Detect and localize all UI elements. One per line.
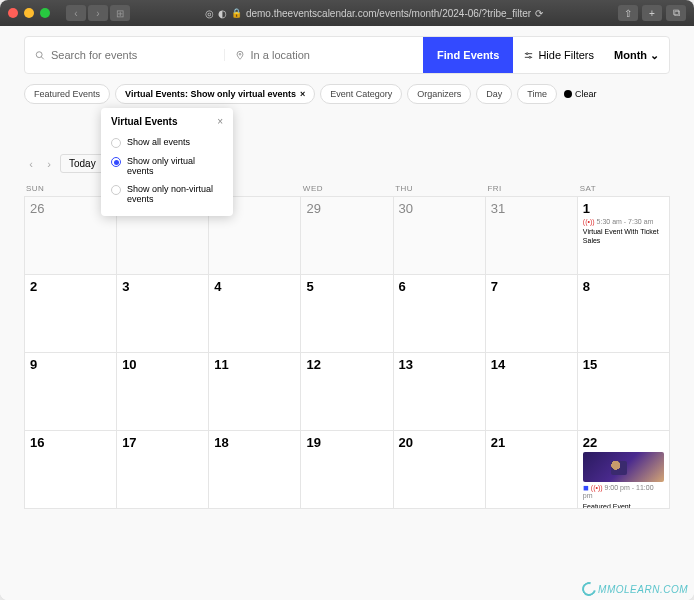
- day-number: 21: [491, 435, 572, 450]
- search-icon: [35, 50, 45, 61]
- event-thumbnail[interactable]: [583, 452, 664, 482]
- prev-month-icon[interactable]: ‹: [24, 158, 38, 170]
- event-meta: ◼ ((•)) 9:00 pm - 11:00 pm: [583, 484, 664, 501]
- popover-title: Virtual Events: [111, 116, 178, 127]
- calendar-grid: 2627282930311((•)) 5:30 am - 7:30 amVirt…: [24, 196, 670, 509]
- radio-icon: [111, 138, 121, 148]
- radio-icon: [111, 185, 121, 195]
- nav-fwd-icon[interactable]: ›: [88, 5, 108, 21]
- calendar-cell[interactable]: 11: [209, 353, 301, 431]
- event-title[interactable]: Virtual Event With Ticket Sales: [583, 228, 664, 245]
- view-selector[interactable]: Month ⌄: [604, 49, 669, 62]
- svg-line-1: [41, 56, 44, 59]
- calendar-cell[interactable]: 12: [301, 353, 393, 431]
- search-location-input[interactable]: [251, 49, 414, 61]
- calendar-cell[interactable]: 4: [209, 275, 301, 353]
- day-number: 17: [122, 435, 203, 450]
- filter-time[interactable]: Time: [517, 84, 557, 104]
- calendar-cell[interactable]: 15: [578, 353, 670, 431]
- calendar-cell[interactable]: 10: [117, 353, 209, 431]
- refresh-icon[interactable]: ⟳: [535, 8, 543, 19]
- day-number: 2: [30, 279, 111, 294]
- day-number: 8: [583, 279, 664, 294]
- close-icon[interactable]: ×: [217, 116, 223, 127]
- day-number: 29: [306, 201, 387, 216]
- calendar: SUNMONTUEWEDTHUFRISAT 2627282930311((•))…: [24, 181, 670, 509]
- browser-window: ‹ › ⊞ ◎ ◐ 🔒 demo.theeventscalendar.com/e…: [0, 0, 694, 600]
- day-number: 5: [306, 279, 387, 294]
- calendar-cell[interactable]: 6: [394, 275, 486, 353]
- day-number: 6: [399, 279, 480, 294]
- calendar-cell[interactable]: 19: [301, 431, 393, 509]
- search-bar: Find Events Hide Filters Month ⌄: [24, 36, 670, 74]
- shield-icon: ◎: [205, 8, 214, 19]
- day-number: 15: [583, 357, 664, 372]
- calendar-cell[interactable]: 16: [25, 431, 117, 509]
- share-icon[interactable]: ⇧: [618, 5, 638, 21]
- remove-filter-icon[interactable]: ×: [300, 89, 305, 99]
- lock-icon: 🔒: [231, 8, 242, 18]
- url-bar[interactable]: ◎ ◐ 🔒 demo.theeventscalendar.com/events/…: [136, 8, 612, 19]
- calendar-cell[interactable]: 14: [486, 353, 578, 431]
- filter-organizers[interactable]: Organizers: [407, 84, 471, 104]
- nav-sidebar-icon[interactable]: ⊞: [110, 5, 130, 21]
- url-text: demo.theeventscalendar.com/events/month/…: [246, 8, 531, 19]
- calendar-cell[interactable]: 30: [394, 197, 486, 275]
- day-number: 22: [583, 435, 664, 450]
- day-number: 18: [214, 435, 295, 450]
- day-number: 7: [491, 279, 572, 294]
- day-header: SAT: [578, 181, 670, 196]
- calendar-cell[interactable]: 9: [25, 353, 117, 431]
- calendar-cell[interactable]: 17: [117, 431, 209, 509]
- radio-show-all[interactable]: Show all events: [111, 133, 223, 152]
- calendar-cell[interactable]: 2: [25, 275, 117, 353]
- calendar-cell[interactable]: 29: [301, 197, 393, 275]
- day-number: 30: [399, 201, 480, 216]
- reader-icon: ◐: [218, 8, 227, 19]
- calendar-cell[interactable]: 18: [209, 431, 301, 509]
- watermark: MMOLEARN.COM: [582, 582, 688, 596]
- calendar-cell[interactable]: 21: [486, 431, 578, 509]
- find-events-button[interactable]: Find Events: [423, 37, 513, 73]
- window-max-icon[interactable]: [40, 8, 50, 18]
- nav-back-icon[interactable]: ‹: [66, 5, 86, 21]
- day-header: WED: [301, 181, 393, 196]
- search-events-input[interactable]: [51, 49, 214, 61]
- clear-filters[interactable]: Clear: [564, 89, 597, 99]
- calendar-cell[interactable]: 13: [394, 353, 486, 431]
- calendar-cell[interactable]: 20: [394, 431, 486, 509]
- day-number: 26: [30, 201, 111, 216]
- sliders-icon: [523, 50, 534, 61]
- today-button[interactable]: Today: [60, 154, 105, 173]
- new-tab-icon[interactable]: +: [642, 5, 662, 21]
- calendar-cell[interactable]: 31: [486, 197, 578, 275]
- day-header: FRI: [485, 181, 577, 196]
- calendar-cell[interactable]: 3: [117, 275, 209, 353]
- svg-point-5: [527, 52, 529, 54]
- day-number: 4: [214, 279, 295, 294]
- event-title[interactable]: Featured Event: [583, 503, 664, 509]
- next-month-icon[interactable]: ›: [42, 158, 56, 170]
- calendar-cell[interactable]: 7: [486, 275, 578, 353]
- calendar-cell[interactable]: 1((•)) 5:30 am - 7:30 amVirtual Event Wi…: [578, 197, 670, 275]
- radio-show-virtual[interactable]: Show only virtual events: [111, 152, 223, 180]
- day-number: 20: [399, 435, 480, 450]
- filter-virtual-events[interactable]: Virtual Events: Show only virtual events…: [115, 84, 315, 104]
- day-number: 19: [306, 435, 387, 450]
- radio-show-non-virtual[interactable]: Show only non-virtual events: [111, 180, 223, 208]
- titlebar: ‹ › ⊞ ◎ ◐ 🔒 demo.theeventscalendar.com/e…: [0, 0, 694, 26]
- day-number: 1: [583, 201, 664, 216]
- calendar-cell[interactable]: 8: [578, 275, 670, 353]
- window-close-icon[interactable]: [8, 8, 18, 18]
- filter-day[interactable]: Day: [476, 84, 512, 104]
- tabs-icon[interactable]: ⧉: [666, 5, 686, 21]
- logo-swirl-icon: [580, 579, 599, 598]
- calendar-cell[interactable]: 22◼ ((•)) 9:00 pm - 11:00 pmFeatured Eve…: [578, 431, 670, 509]
- calendar-cell[interactable]: 5: [301, 275, 393, 353]
- day-number: 31: [491, 201, 572, 216]
- filter-event-category[interactable]: Event Category: [320, 84, 402, 104]
- filter-featured-events[interactable]: Featured Events: [24, 84, 110, 104]
- window-min-icon[interactable]: [24, 8, 34, 18]
- hide-filters-button[interactable]: Hide Filters: [513, 49, 604, 61]
- virtual-events-popover: Virtual Events× Show all events Show onl…: [101, 108, 233, 216]
